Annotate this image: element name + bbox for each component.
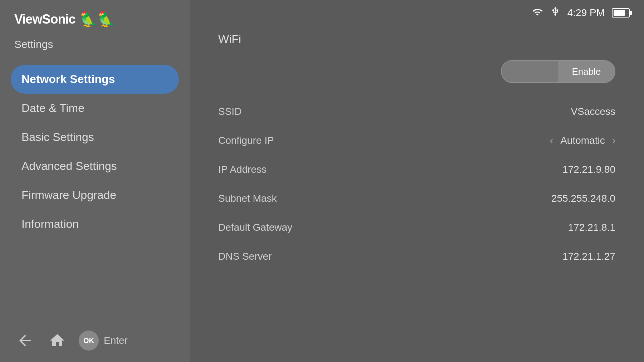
sidebar-item-advanced-settings[interactable]: Advanced Settings: [11, 152, 179, 181]
brand-name: ViewSonic: [14, 12, 75, 27]
top-bar: 4:29 PM: [190, 0, 644, 25]
toggle-off-option[interactable]: [502, 61, 558, 82]
sidebar-nav: Network Settings Date & Time Basic Setti…: [0, 61, 190, 242]
wifi-toggle-row: Enable: [218, 60, 615, 83]
configure-ip-label: Configure IP: [218, 135, 274, 146]
ssid-value: VSaccess: [571, 106, 616, 117]
ip-address-row: IP Address 172.21.9.80: [218, 155, 615, 184]
ok-enter-button[interactable]: OK Enter: [79, 331, 128, 351]
toggle-on-option[interactable]: Enable: [558, 61, 615, 82]
wifi-enable-toggle[interactable]: Enable: [501, 60, 615, 83]
ip-address-label: IP Address: [218, 164, 267, 175]
section-title: WiFi: [218, 33, 615, 46]
subnet-mask-label: Subnet Mask: [218, 193, 277, 204]
bottom-controls: OK Enter: [0, 319, 190, 362]
enter-label: Enter: [104, 335, 128, 346]
battery-level: [614, 10, 625, 16]
configure-ip-value: ‹ Automatic ›: [550, 135, 615, 146]
sidebar-item-date-time[interactable]: Date & Time: [11, 94, 179, 123]
battery-icon: [612, 8, 630, 18]
wifi-status-icon: [532, 7, 543, 19]
content-area: 4:29 PM WiFi Enable SSID VSacc: [190, 0, 644, 362]
dns-server-row: DNS Server 172.21.1.27: [218, 242, 615, 271]
sidebar-item-basic-settings[interactable]: Basic Settings: [11, 123, 179, 152]
dns-server-value: 172.21.1.27: [562, 251, 615, 262]
default-gateway-label: Default Gateway: [218, 222, 292, 233]
configure-ip-prev-arrow[interactable]: ‹: [550, 135, 553, 146]
subnet-mask-value: 255.255.248.0: [551, 193, 615, 204]
ok-circle: OK: [79, 331, 99, 351]
sidebar: ViewSonic 🦜🦜 Settings Network Settings D…: [0, 0, 190, 362]
configure-ip-next-arrow[interactable]: ›: [612, 135, 615, 146]
brand-logo: 🦜🦜: [79, 11, 115, 28]
default-gateway-value: 172.21.8.1: [568, 222, 615, 233]
sidebar-header: ViewSonic 🦜🦜 Settings: [0, 0, 190, 61]
configure-ip-row: Configure IP ‹ Automatic ›: [218, 126, 615, 155]
status-icons: 4:29 PM: [532, 6, 630, 19]
sidebar-item-firmware-upgrade[interactable]: Firmware Upgrade: [11, 181, 179, 210]
settings-table: SSID VSaccess Configure IP ‹ Automatic ›…: [218, 97, 615, 271]
default-gateway-row: Default Gateway 172.21.8.1: [218, 213, 615, 242]
ip-address-value: 172.21.9.80: [562, 164, 615, 175]
time-display: 4:29 PM: [567, 7, 605, 19]
dns-server-label: DNS Server: [218, 251, 272, 262]
subnet-mask-row: Subnet Mask 255.255.248.0: [218, 184, 615, 213]
sidebar-item-network-settings[interactable]: Network Settings: [11, 65, 179, 94]
ssid-row: SSID VSaccess: [218, 97, 615, 126]
ssid-label: SSID: [218, 106, 241, 117]
home-button[interactable]: [47, 330, 68, 351]
sidebar-title: Settings: [14, 38, 175, 54]
logo-area: ViewSonic 🦜🦜: [14, 11, 175, 28]
sidebar-item-information[interactable]: Information: [11, 210, 179, 239]
main-content: WiFi Enable SSID VSaccess Configure IP: [190, 25, 644, 362]
usb-icon: [550, 6, 560, 19]
back-button[interactable]: [14, 330, 36, 351]
